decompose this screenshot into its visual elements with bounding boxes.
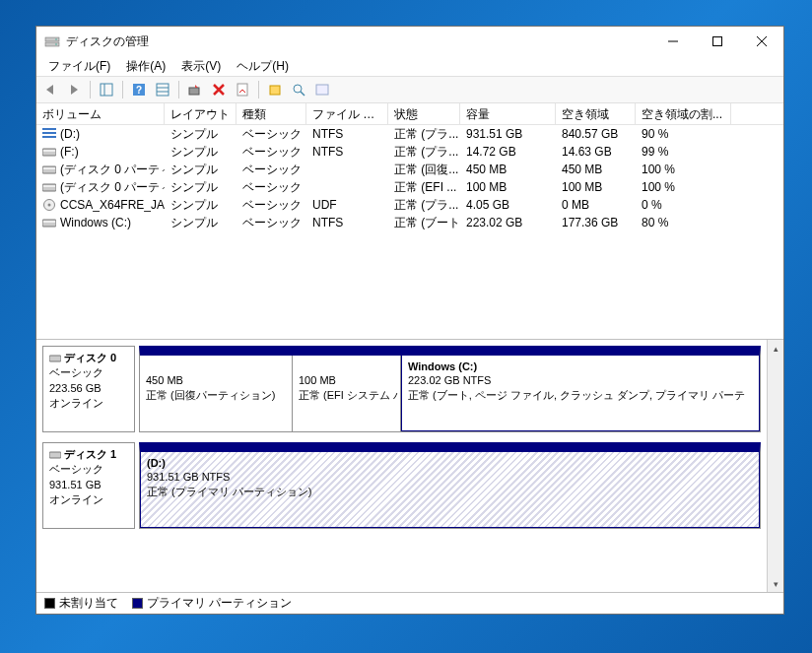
- vertical-scrollbar[interactable]: ▴ ▾: [767, 340, 783, 592]
- volume-fs: NTFS: [306, 143, 388, 161]
- disk-management-window: ディスクの管理 ファイル(F) 操作(A) 表示(V) ヘルプ(H) ? ボリュ…: [35, 26, 784, 615]
- refresh-button[interactable]: [185, 80, 205, 99]
- col-filesystem[interactable]: ファイル システム: [306, 103, 388, 124]
- volume-icon: [42, 181, 56, 193]
- scroll-down-icon[interactable]: ▾: [768, 575, 783, 592]
- partition-desc: 正常 (プライマリ パーティション): [147, 485, 753, 498]
- volume-row[interactable]: (ディスク 0 パーティシ...シンプルベーシック正常 (EFI ...100 …: [36, 178, 783, 196]
- volume-name: (ディスク 0 パーティシ...: [60, 162, 165, 178]
- show-hide-tree-button[interactable]: [97, 80, 116, 99]
- disk-name: ディスク 1: [64, 447, 116, 462]
- col-layout[interactable]: レイアウト: [165, 103, 237, 124]
- back-button[interactable]: [40, 80, 60, 99]
- col-capacity[interactable]: 容量: [460, 103, 556, 124]
- volume-freepct: 90 %: [636, 125, 731, 143]
- legend-primary-label: プライマリ パーティション: [147, 595, 292, 612]
- volume-layout: シンプル: [165, 178, 237, 196]
- col-volume[interactable]: ボリューム: [36, 103, 165, 124]
- close-button[interactable]: [739, 27, 783, 56]
- svg-rect-1: [45, 42, 59, 46]
- window-title: ディスクの管理: [66, 33, 650, 50]
- svg-rect-24: [42, 136, 56, 138]
- minimize-button[interactable]: [650, 27, 695, 56]
- disk-info[interactable]: ディスク 1ベーシック931.51 GBオンライン: [42, 442, 135, 529]
- disk-type: ベーシック: [49, 462, 128, 477]
- delete-button[interactable]: [209, 80, 229, 99]
- options-button[interactable]: [312, 80, 332, 99]
- legend-primary-swatch: [132, 598, 143, 609]
- volume-row[interactable]: (ディスク 0 パーティシ...シンプルベーシック正常 (回復...450 MB…: [36, 161, 783, 178]
- partition[interactable]: (D:)931.51 GB NTFS正常 (プライマリ パーティション): [140, 452, 760, 528]
- partition-desc: 正常 (回復パーティション): [146, 388, 286, 402]
- properties-button[interactable]: [233, 80, 252, 99]
- svg-rect-23: [42, 132, 56, 134]
- legend-unalloc-label: 未割り当て: [59, 595, 118, 612]
- volume-fs: NTFS: [306, 125, 388, 143]
- partition[interactable]: 100 MB正常 (EFI システム パ: [293, 356, 401, 431]
- volume-icon: [42, 199, 56, 211]
- partition[interactable]: Windows (C:)223.02 GB NTFS正常 (ブート, ページ フ…: [401, 356, 760, 431]
- volume-freepct: 80 %: [636, 214, 731, 231]
- disk-status: オンライン: [49, 492, 128, 507]
- new-button[interactable]: [265, 80, 285, 99]
- disk-status: オンライン: [49, 396, 128, 411]
- volume-status: 正常 (プラ...: [388, 125, 460, 143]
- col-type[interactable]: 種類: [237, 103, 306, 124]
- volume-row[interactable]: (F:)シンプルベーシックNTFS正常 (プラ...14.72 GB14.63 …: [36, 143, 783, 161]
- volume-capacity: 14.72 GB: [460, 143, 556, 161]
- svg-rect-12: [157, 84, 169, 96]
- partition-map: (D:)931.51 GB NTFS正常 (プライマリ パーティション): [139, 442, 761, 529]
- col-free[interactable]: 空き領域: [556, 103, 636, 124]
- svg-line-19: [301, 92, 304, 96]
- volume-row[interactable]: CCSA_X64FRE_JA-J...シンプルベーシックUDF正常 (プラ...…: [36, 196, 783, 214]
- scroll-up-icon[interactable]: ▴: [768, 340, 783, 357]
- volume-free: 0 MB: [556, 196, 636, 214]
- volume-icon: [42, 163, 56, 175]
- volume-capacity: 450 MB: [460, 161, 556, 178]
- find-button[interactable]: [289, 80, 308, 99]
- svg-rect-22: [42, 128, 56, 130]
- volume-capacity: 931.51 GB: [460, 125, 556, 143]
- volume-type: ベーシック: [237, 178, 306, 196]
- partition-desc: 正常 (ブート, ページ ファイル, クラッシュ ダンプ, プライマリ パーテ: [408, 388, 753, 402]
- volume-status: 正常 (EFI ...: [388, 178, 460, 196]
- svg-point-18: [294, 85, 302, 93]
- toolbar: ?: [36, 76, 783, 103]
- svg-point-3: [55, 43, 57, 45]
- volume-capacity: 100 MB: [460, 178, 556, 196]
- volume-free: 100 MB: [556, 178, 636, 196]
- col-status[interactable]: 状態: [388, 103, 460, 124]
- titlebar[interactable]: ディスクの管理: [36, 27, 783, 56]
- volume-name: (F:): [60, 145, 79, 159]
- partition-size: 100 MB: [299, 373, 394, 387]
- menu-view[interactable]: 表示(V): [173, 56, 229, 76]
- disk-info[interactable]: ディスク 0ベーシック223.56 GBオンライン: [42, 346, 135, 432]
- volume-type: ベーシック: [237, 143, 306, 161]
- volume-fs: [306, 178, 388, 196]
- volume-icon: [42, 217, 56, 229]
- volume-row[interactable]: (D:)シンプルベーシックNTFS正常 (プラ...931.51 GB840.5…: [36, 125, 783, 143]
- volume-capacity: 223.02 GB: [460, 214, 556, 231]
- volume-layout: シンプル: [165, 125, 237, 143]
- partition-name: (D:): [147, 456, 753, 470]
- forward-button[interactable]: [64, 80, 84, 99]
- menu-help[interactable]: ヘルプ(H): [229, 56, 297, 76]
- maximize-button[interactable]: [695, 27, 739, 56]
- menu-file[interactable]: ファイル(F): [40, 56, 118, 76]
- disk-name: ディスク 0: [64, 351, 116, 365]
- volume-name: Windows (C:): [60, 216, 131, 229]
- svg-point-2: [55, 38, 57, 40]
- volume-row[interactable]: Windows (C:)シンプルベーシックNTFS正常 (ブート...223.0…: [36, 214, 783, 231]
- partition[interactable]: 450 MB正常 (回復パーティション): [140, 356, 293, 431]
- volume-name: CCSA_X64FRE_JA-J...: [60, 198, 165, 212]
- volume-status: 正常 (ブート...: [388, 214, 460, 231]
- help-button[interactable]: ?: [129, 80, 149, 99]
- disk-type: ベーシック: [49, 365, 128, 380]
- col-freepct[interactable]: 空き領域の割...: [636, 103, 731, 124]
- volume-status: 正常 (プラ...: [388, 196, 460, 214]
- partition-desc: 正常 (EFI システム パ: [299, 388, 394, 402]
- list-view-button[interactable]: [153, 80, 172, 99]
- svg-rect-17: [270, 86, 280, 95]
- volume-free: 840.57 GB: [556, 125, 636, 143]
- menu-action[interactable]: 操作(A): [118, 56, 173, 76]
